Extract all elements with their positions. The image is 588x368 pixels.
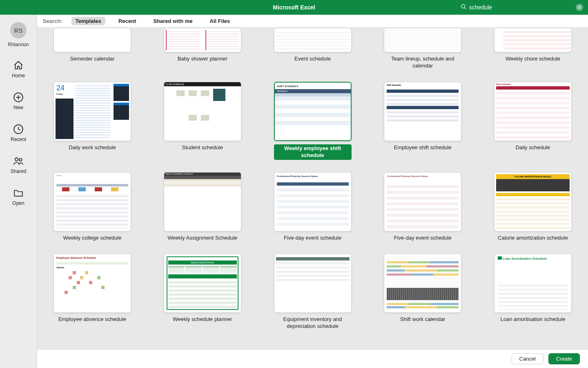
template-thumbnail: Weekly Schedule Planner bbox=[164, 254, 241, 313]
filter-label: Search: bbox=[43, 18, 62, 24]
template-thumbnail bbox=[53, 28, 131, 52]
template-label: Loan amortisation schedule bbox=[501, 316, 566, 323]
template-grid[interactable]: Semester calendar Baby shower planner Ev… bbox=[37, 28, 588, 349]
search-field[interactable] bbox=[461, 4, 583, 11]
thumb-text: CALORIE AMORTIZATION SCHEDULE bbox=[496, 174, 570, 179]
template-label: Daily work schedule bbox=[69, 144, 116, 151]
filter-shared-with-me[interactable]: Shared with me bbox=[149, 17, 196, 25]
filter-all-files[interactable]: All Files bbox=[205, 17, 234, 25]
thumb-text: Shift Schedule bbox=[387, 84, 401, 86]
thumb-text: Conference/Training Session Name bbox=[277, 175, 318, 177]
nav-new-label: New bbox=[13, 105, 23, 110]
template-card[interactable]: 24 Friday Daily work schedule bbox=[49, 82, 135, 160]
template-label: Semester calendar bbox=[70, 56, 114, 63]
home-icon bbox=[13, 60, 24, 71]
nav-shared-label: Shared bbox=[11, 168, 27, 174]
template-thumbnail: CLASS SCHEDULE bbox=[164, 82, 241, 141]
template-card[interactable]: Event schedule bbox=[270, 28, 356, 70]
template-card[interactable]: WEEKLY ASSIGNMENT SCHEDULE Weekly Assign… bbox=[160, 172, 245, 242]
template-card[interactable]: Conference/Training Session Name Five-da… bbox=[270, 172, 356, 242]
footer: Cancel Create bbox=[37, 349, 588, 368]
template-label: Shift work calendar bbox=[400, 316, 445, 323]
clock-icon bbox=[13, 123, 24, 135]
template-label: Five-day event schedule bbox=[284, 235, 341, 242]
template-card[interactable]: Weekly chore schedule bbox=[490, 28, 576, 70]
filter-bar: Search: Templates Recent Shared with me … bbox=[37, 15, 588, 28]
template-thumbnail: CALORIE AMORTIZATION SCHEDULE bbox=[494, 172, 572, 231]
create-button[interactable]: Create bbox=[548, 353, 580, 364]
template-thumbnail: Shift Schedule bbox=[384, 82, 461, 141]
template-label: Weekly Assignment Schedule bbox=[167, 235, 237, 242]
template-label: Five-day event schedule bbox=[394, 235, 452, 242]
main-panel: Search: Templates Recent Shared with me … bbox=[37, 15, 588, 368]
template-label: Student schedule bbox=[182, 144, 223, 151]
bank-icon bbox=[498, 256, 502, 260]
thumb-text: Conference/Training Session Name bbox=[387, 175, 428, 177]
template-card[interactable]: Team lineup, schedule and calendar bbox=[380, 28, 466, 70]
template-thumbnail: Employee Absence Schedule January bbox=[53, 254, 131, 313]
nav-home-label: Home bbox=[12, 73, 25, 79]
plus-circle-icon bbox=[13, 92, 24, 103]
clear-search-icon[interactable] bbox=[576, 4, 583, 11]
thumb-text: Employee Absence Schedule bbox=[56, 256, 96, 259]
template-label: Daily schedule bbox=[516, 144, 550, 151]
template-thumbnail: Conference/Training Session Name bbox=[274, 172, 352, 231]
cancel-button[interactable]: Cancel bbox=[512, 353, 543, 364]
template-card[interactable]: Weekly Schedule Planner Weekly schedule … bbox=[160, 254, 245, 330]
nav-home[interactable]: Home bbox=[12, 60, 25, 79]
template-card[interactable]: Loan Amortisation Schedule Loan amortisa… bbox=[490, 254, 576, 330]
template-card[interactable]: Semester calendar bbox=[49, 28, 135, 70]
thumb-text: SHIFT SCHEDULE bbox=[277, 85, 298, 88]
template-card[interactable]: CALORIE AMORTIZATION SCHEDULE Calorie am… bbox=[490, 172, 576, 242]
template-card[interactable]: CLASS SCHEDULE Student schedule bbox=[160, 82, 245, 160]
template-card[interactable]: Shift work calendar bbox=[380, 254, 466, 330]
template-label: Equipment inventory and depreciation sch… bbox=[274, 316, 352, 330]
nav-shared[interactable]: Shared bbox=[11, 155, 27, 174]
nav-new[interactable]: New bbox=[13, 92, 24, 110]
app-title: Microsoft Excel bbox=[273, 4, 315, 11]
template-card[interactable]: Shift Schedule Employee shift schedule bbox=[380, 82, 466, 160]
thumb-text: CLASS SCHEDULE bbox=[164, 82, 241, 86]
titlebar: Microsoft Excel bbox=[0, 0, 588, 15]
search-input[interactable] bbox=[469, 4, 576, 11]
template-card[interactable]: Date Weekly college schedule bbox=[49, 172, 135, 242]
template-label: Weekly college schedule bbox=[63, 235, 122, 242]
thumb-text: Loan Amortisation Schedule bbox=[498, 256, 547, 260]
nav-recent-label: Recent bbox=[11, 137, 26, 142]
template-label: Calorie amortization schedule bbox=[498, 235, 568, 242]
nav-open[interactable]: Open bbox=[12, 187, 24, 206]
template-card[interactable]: Employee Absence Schedule January bbox=[49, 254, 135, 330]
filter-recent[interactable]: Recent bbox=[114, 17, 140, 25]
template-card[interactable]: Equipment inventory and depreciation sch… bbox=[270, 254, 356, 330]
template-label: Team lineup, schedule and calendar bbox=[384, 56, 461, 70]
template-label: Employee absence schedule bbox=[58, 316, 126, 323]
thumb-text: January bbox=[56, 266, 64, 269]
template-label: Weekly schedule planner bbox=[173, 316, 232, 323]
template-label: Weekly employee shift schedule bbox=[274, 144, 352, 160]
filter-templates[interactable]: Templates bbox=[71, 17, 105, 25]
template-thumbnail bbox=[164, 28, 241, 52]
people-icon bbox=[13, 155, 24, 167]
thumb-text: Daily Schedule bbox=[496, 83, 511, 85]
template-card-selected[interactable]: SHIFT SCHEDULE MONDAY Weekly employee sh… bbox=[270, 82, 356, 160]
avatar[interactable]: RS bbox=[10, 22, 27, 38]
svg-point-9 bbox=[19, 159, 22, 162]
template-card[interactable]: Conference/Training Session Name Five-da… bbox=[380, 172, 466, 242]
template-thumbnail bbox=[384, 254, 461, 313]
template-label: Employee shift schedule bbox=[394, 144, 452, 151]
template-thumbnail: Conference/Training Session Name bbox=[384, 172, 461, 231]
nav-recent[interactable]: Recent bbox=[11, 123, 26, 142]
thumb-text: Friday bbox=[56, 93, 63, 95]
template-label: Weekly chore schedule bbox=[506, 56, 560, 63]
template-thumbnail bbox=[274, 28, 352, 52]
thumb-text: Loan Amortisation Schedule bbox=[503, 257, 547, 260]
template-thumbnail: Daily Schedule bbox=[494, 82, 572, 141]
sidebar: RS Rhiannon Home New Recent bbox=[0, 15, 37, 368]
template-card[interactable]: Baby shower planner bbox=[160, 28, 245, 70]
thumb-text: Date bbox=[56, 174, 62, 177]
user-name: Rhiannon bbox=[8, 42, 29, 47]
thumb-text: WEEKLY ASSIGNMENT SCHEDULE bbox=[164, 173, 241, 176]
thumb-text: MONDAY bbox=[275, 89, 351, 93]
template-card[interactable]: Daily Schedule Daily schedule bbox=[490, 82, 576, 160]
svg-point-8 bbox=[15, 158, 18, 161]
